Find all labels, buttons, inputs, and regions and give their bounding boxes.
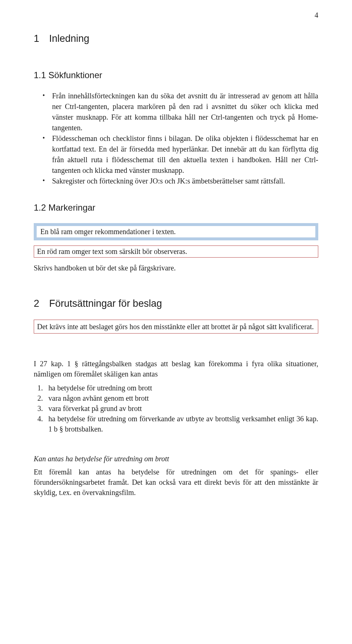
section-1-heading: 1 Inledning: [34, 33, 318, 44]
section-2-intro: I 27 kap. 1 § rättegångsbalken stadgas a…: [34, 359, 318, 379]
section-1-1-heading: 1.1 Sökfunktioner: [34, 70, 318, 80]
red-observe-box-2: Det krävs inte att beslaget görs hos den…: [34, 320, 318, 334]
list-item: ha betydelse för utredning om förverkand…: [45, 414, 318, 434]
section-2-heading: 2 Förutsättningar för beslag: [34, 298, 318, 309]
list-item: Flödesscheman och checklistor finns i bi…: [43, 133, 318, 176]
list-item: Sakregister och förteckning över JO:s oc…: [43, 176, 318, 186]
list-item: vara någon avhänt genom ett brott: [45, 393, 318, 403]
blue-recommendation-box: En blå ram omger rekommendationer i text…: [34, 223, 318, 240]
section-1-2-heading: 1.2 Markeringar: [34, 203, 318, 213]
list-item: Från innehållsförteckningen kan du söka …: [43, 91, 318, 133]
list-item: ha betydelse för utredning om brott: [45, 383, 318, 393]
red-observe-box: En röd ram omger text som särskilt bör o…: [34, 245, 318, 258]
page-number: 4: [315, 11, 318, 19]
subsection-heading: Kan antas ha betydelse för utredning om …: [34, 455, 318, 463]
list-item: vara förverkat på grund av brott: [45, 403, 318, 414]
page: 4 1 Inledning 1.1 Sökfunktioner Från inn…: [0, 0, 352, 644]
beslag-situations-list: ha betydelse för utredning om brott vara…: [34, 383, 318, 434]
subsection-para: Ett föremål kan antas ha betydelse för u…: [34, 467, 318, 498]
printer-note: Skrivs handboken ut bör det ske på färgs…: [34, 263, 318, 273]
sokfunktioner-list: Från innehållsförteckningen kan du söka …: [43, 91, 318, 186]
